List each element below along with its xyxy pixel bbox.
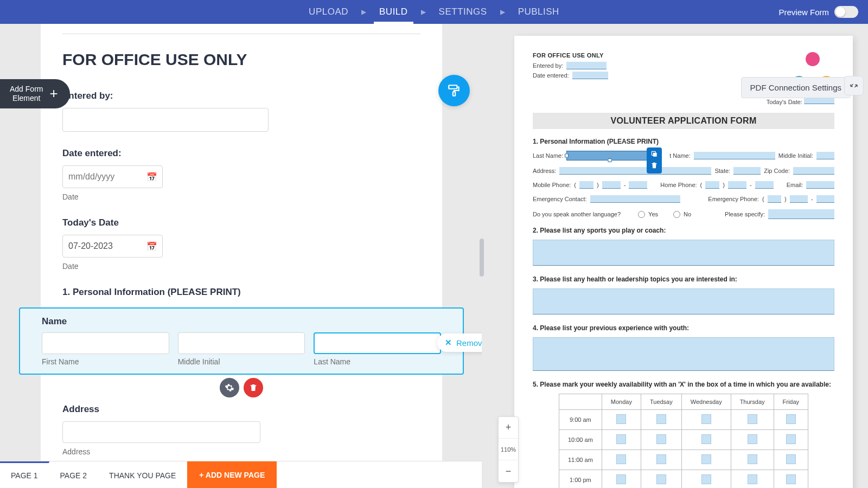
pdf-textarea[interactable] xyxy=(533,288,834,314)
check-cell[interactable] xyxy=(616,434,626,444)
trash-icon xyxy=(249,383,258,392)
address-sublabel: Address xyxy=(62,447,420,456)
check-cell[interactable] xyxy=(616,414,626,424)
pdf-blank[interactable] xyxy=(629,181,647,189)
check-cell[interactable] xyxy=(656,454,666,464)
check-cell[interactable] xyxy=(748,454,757,464)
name-field-block[interactable]: Name First Name Middle Initial Last Name xyxy=(19,307,464,375)
check-cell[interactable] xyxy=(786,474,796,484)
pdf-blank[interactable] xyxy=(816,195,834,203)
entered-by-field[interactable]: Entered by: xyxy=(62,91,420,132)
date-sublabel: Date xyxy=(62,262,420,271)
pdf-selected-last-name-field[interactable] xyxy=(566,151,653,160)
pdf-blank[interactable] xyxy=(755,181,774,189)
pdf-sec4: 4. Please list your previous experience … xyxy=(533,324,834,332)
check-cell[interactable] xyxy=(701,434,711,444)
check-cell[interactable] xyxy=(701,414,711,424)
zoom-level: 110% xyxy=(499,439,518,460)
check-cell[interactable] xyxy=(748,434,757,444)
check-cell[interactable] xyxy=(786,414,796,424)
plus-icon: + xyxy=(49,85,58,102)
pdf-blank[interactable] xyxy=(733,167,761,175)
pdf-blank[interactable] xyxy=(694,152,775,159)
pdf-blank[interactable] xyxy=(793,167,834,175)
check-cell[interactable] xyxy=(701,454,711,464)
nav-tab-settings[interactable]: SETTINGS xyxy=(433,0,493,24)
preview-switch[interactable] xyxy=(834,6,858,18)
pdf-textarea[interactable] xyxy=(533,240,834,266)
address-label: Address xyxy=(62,404,420,415)
pdf-blank[interactable] xyxy=(816,152,834,159)
field-actions xyxy=(62,378,420,397)
page-tab-thankyou[interactable]: THANK YOU PAGE xyxy=(98,461,187,488)
pdf-textarea[interactable] xyxy=(533,337,834,371)
address-input[interactable] xyxy=(62,421,260,443)
pdf-blank xyxy=(566,62,607,69)
last-name-input[interactable] xyxy=(314,332,441,354)
add-form-element-button[interactable]: Add Form Element + xyxy=(0,79,70,108)
pdf-radio-yes[interactable] xyxy=(638,211,645,218)
pdf-blank[interactable] xyxy=(579,181,593,189)
pdf-title: VOLUNTEER APPLICATION FORM xyxy=(533,113,834,129)
day-header: Friday xyxy=(774,394,808,410)
calendar-icon[interactable]: 📅 xyxy=(146,241,157,252)
remove-from-pdf-button[interactable]: ✕ Remove from xyxy=(437,333,482,352)
date-entered-field[interactable]: Date entered: 📅 Date xyxy=(62,148,420,201)
pdf-blank[interactable] xyxy=(768,209,834,219)
check-cell[interactable] xyxy=(656,414,666,424)
nav-tab-upload[interactable]: UPLOAD xyxy=(303,0,354,24)
middle-initial-col: Middle Initial xyxy=(178,332,305,366)
availability-table: Monday Tuedsay Wednesday Thursday Friday… xyxy=(559,394,808,488)
nav-tab-publish[interactable]: PUBLISH xyxy=(513,0,565,24)
pdf-blank[interactable] xyxy=(559,167,711,175)
pdf-zip-label: Zip Code: xyxy=(764,168,790,174)
pdf-specify-label: Please specify: xyxy=(725,211,765,217)
copy-icon[interactable] xyxy=(650,150,658,159)
todays-date-field[interactable]: Today's Date 📅 Date xyxy=(62,217,420,271)
svg-rect-2 xyxy=(653,153,657,157)
page-tab-2[interactable]: PAGE 2 xyxy=(49,461,99,488)
entered-by-input[interactable] xyxy=(62,108,269,132)
pdf-blank[interactable] xyxy=(728,181,746,189)
pdf-blank[interactable] xyxy=(602,181,621,189)
check-cell[interactable] xyxy=(748,474,757,484)
page-tabs-footer: PAGE 1 PAGE 2 THANK YOU PAGE + ADD NEW P… xyxy=(0,461,482,488)
nav-tab-build[interactable]: BUILD xyxy=(374,0,413,24)
check-cell[interactable] xyxy=(656,474,666,484)
pdf-blank[interactable] xyxy=(705,181,719,189)
date-entered-label: Date entered: xyxy=(62,148,420,159)
zoom-out-button[interactable]: − xyxy=(499,460,518,482)
trash-icon[interactable] xyxy=(650,162,658,171)
pdf-page[interactable]: FOR OFFICE USE ONLY Entered by: Date ent… xyxy=(514,36,853,488)
middle-initial-sublabel: Middle Initial xyxy=(178,357,305,366)
panel-resize-handle[interactable] xyxy=(480,239,484,277)
preview-label: Preview Form xyxy=(778,8,829,17)
svg-rect-0 xyxy=(449,85,457,89)
pdf-blank[interactable] xyxy=(790,195,808,203)
page-tab-1[interactable]: PAGE 1 xyxy=(0,461,49,488)
pdf-no-label: No xyxy=(684,211,691,217)
collapse-panel-button[interactable] xyxy=(844,76,864,95)
pdf-radio-no[interactable] xyxy=(673,211,680,218)
pdf-blank[interactable] xyxy=(590,195,681,203)
first-name-input[interactable] xyxy=(42,332,169,354)
table-row: 10:00 am xyxy=(559,430,808,450)
pdf-blank[interactable] xyxy=(806,181,834,189)
pdf-connection-settings-button[interactable]: PDF Connection Settings xyxy=(741,77,851,98)
check-cell[interactable] xyxy=(748,414,757,424)
field-settings-button[interactable] xyxy=(220,378,239,397)
form-designer-button[interactable] xyxy=(438,75,470,106)
pdf-blank[interactable] xyxy=(768,195,781,203)
check-cell[interactable] xyxy=(616,454,626,464)
field-delete-button[interactable] xyxy=(244,378,263,397)
check-cell[interactable] xyxy=(616,474,626,484)
zoom-in-button[interactable]: + xyxy=(499,417,518,439)
check-cell[interactable] xyxy=(701,474,711,484)
pdf-email-label: Email: xyxy=(787,182,803,188)
middle-initial-input[interactable] xyxy=(178,332,305,354)
calendar-icon[interactable]: 📅 xyxy=(146,172,157,182)
check-cell[interactable] xyxy=(656,434,666,444)
check-cell[interactable] xyxy=(786,454,796,464)
check-cell[interactable] xyxy=(786,434,796,444)
add-new-page-button[interactable]: + ADD NEW PAGE xyxy=(187,461,277,488)
